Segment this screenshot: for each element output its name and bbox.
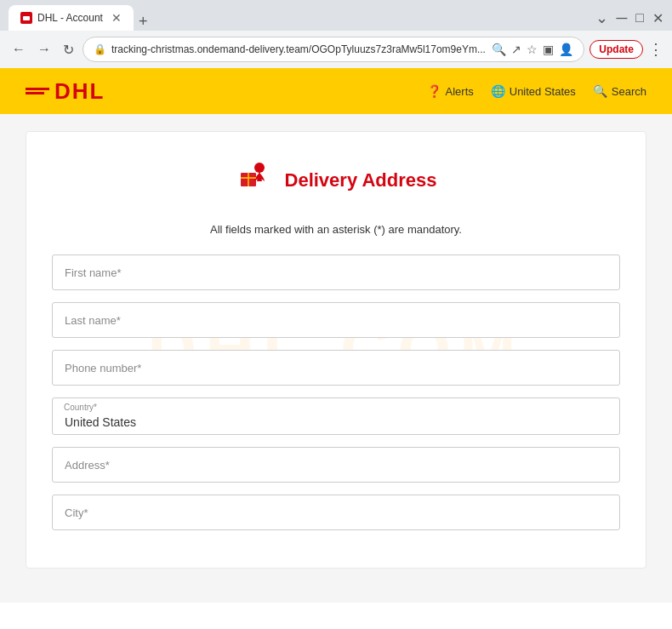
card-content: Delivery Address All fields marked with …	[52, 157, 620, 530]
search-icon[interactable]: 🔍	[492, 43, 506, 56]
share-icon[interactable]: ↗	[511, 43, 521, 56]
phone-group	[52, 350, 620, 386]
last-name-input[interactable]	[52, 302, 620, 338]
first-name-input[interactable]	[52, 254, 620, 290]
back-button[interactable]: ←	[9, 38, 29, 60]
region-label: United States	[510, 85, 576, 98]
browser-tab[interactable]: DHL - Account ✕	[9, 5, 134, 31]
address-bar[interactable]: 🔒 tracking-christmas.ondemand-delivery.t…	[83, 37, 584, 62]
alerts-nav-item[interactable]: ❓ Alerts	[427, 84, 474, 98]
alerts-label: Alerts	[446, 85, 474, 98]
phone-input[interactable]	[52, 350, 620, 386]
title-bar: DHL - Account ✕ + ⌄ ─ □ ✕	[0, 0, 672, 31]
country-float-label: Country*	[64, 403, 97, 412]
country-group: Country*	[52, 397, 620, 435]
tab-close-button[interactable]: ✕	[111, 11, 122, 25]
city-input[interactable]	[52, 495, 620, 530]
header-nav: ❓ Alerts 🌐 United States 🔍 Search	[427, 84, 646, 98]
maximize-icon[interactable]: □	[635, 10, 644, 26]
svg-point-4	[256, 164, 263, 171]
address-bar-row: ← → ↻ 🔒 tracking-christmas.ondemand-deli…	[0, 31, 672, 68]
last-name-group	[52, 302, 620, 338]
tab-favicon	[20, 12, 32, 24]
tab-area: DHL - Account ✕ +	[9, 5, 595, 31]
alerts-icon: ❓	[427, 84, 441, 98]
country-input[interactable]	[52, 397, 620, 435]
new-tab-button[interactable]: +	[139, 13, 148, 31]
city-group	[52, 495, 620, 530]
close-window-icon[interactable]: ✕	[652, 10, 663, 26]
chevron-down-icon[interactable]: ⌄	[595, 9, 608, 27]
sidebar-icon[interactable]: ▣	[543, 43, 554, 56]
dhl-logo[interactable]: DHL	[26, 78, 105, 105]
search-label: Search	[612, 85, 646, 98]
window-controls: ⌄ ─ □ ✕	[595, 9, 663, 27]
delivery-icon	[236, 157, 273, 203]
delivery-title: Delivery Address	[285, 169, 437, 192]
search-header-icon: 🔍	[593, 84, 607, 98]
search-nav-item[interactable]: 🔍 Search	[593, 84, 646, 98]
main-content: DHL.COM	[0, 114, 672, 603]
star-icon[interactable]: ☆	[527, 43, 538, 56]
globe-icon: 🌐	[491, 84, 505, 98]
mandatory-note: All fields marked with an asterisk (*) a…	[52, 223, 620, 236]
reload-button[interactable]: ↻	[60, 38, 77, 61]
dhl-logo-lines	[26, 88, 49, 94]
url-text: tracking-christmas.ondemand-delivery.tea…	[111, 43, 487, 55]
tab-title: DHL - Account	[37, 12, 103, 24]
delivery-header: Delivery Address	[52, 157, 620, 203]
update-button[interactable]: Update	[589, 40, 643, 59]
forward-button[interactable]: →	[34, 38, 54, 60]
address-input[interactable]	[52, 447, 620, 483]
address-bar-icons: 🔍 ↗ ☆ ▣ 👤	[492, 43, 573, 56]
dhl-logo-text: DHL	[54, 78, 105, 105]
first-name-group	[52, 254, 620, 290]
region-nav-item[interactable]: 🌐 United States	[491, 84, 576, 98]
delivery-card: DHL.COM	[26, 131, 646, 569]
minimize-icon[interactable]: ─	[617, 9, 628, 27]
browser-menu-button[interactable]: ⋮	[648, 40, 663, 59]
dhl-header: DHL ❓ Alerts 🌐 United States 🔍 Search	[0, 68, 672, 114]
browser-chrome: DHL - Account ✕ + ⌄ ─ □ ✕ ← → ↻ 🔒 tracki…	[0, 0, 672, 68]
profile-icon[interactable]: 👤	[559, 43, 573, 56]
country-input-wrapper: Country*	[52, 397, 620, 435]
address-group	[52, 447, 620, 483]
lock-icon: 🔒	[94, 43, 106, 55]
site-container: DHL ❓ Alerts 🌐 United States 🔍 Search DH…	[0, 68, 672, 629]
